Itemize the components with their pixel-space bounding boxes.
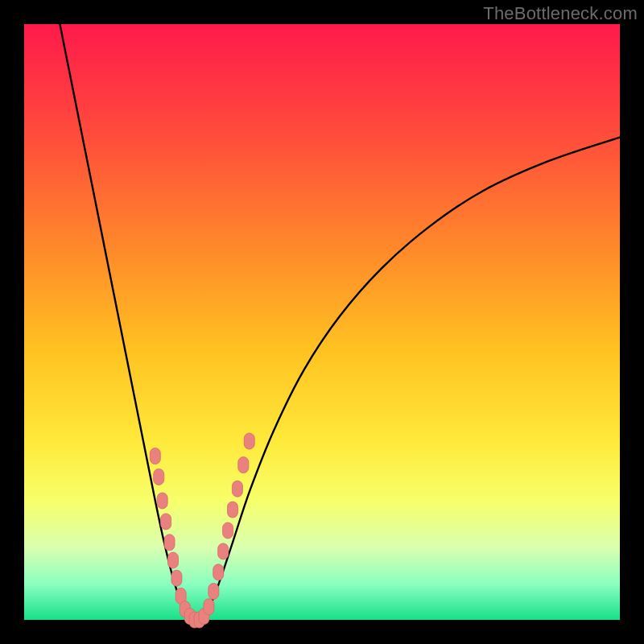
marker-point	[157, 493, 167, 509]
markers-group	[150, 433, 254, 628]
chart-frame: TheBottleneck.com	[0, 0, 644, 644]
marker-point	[208, 583, 219, 599]
watermark-text: TheBottleneck.com	[483, 3, 638, 24]
marker-point	[223, 522, 233, 539]
marker-point	[171, 570, 182, 586]
marker-point	[232, 481, 242, 497]
marker-point	[168, 552, 179, 568]
marker-point	[204, 599, 214, 615]
marker-point	[164, 535, 175, 551]
marker-point	[213, 564, 224, 580]
marker-point	[228, 502, 238, 518]
curve-left-branch	[60, 24, 191, 620]
chart-svg	[24, 24, 620, 620]
marker-point	[161, 514, 171, 530]
marker-point	[244, 433, 254, 449]
marker-point	[218, 543, 229, 559]
marker-point	[150, 448, 160, 464]
marker-point	[154, 469, 164, 485]
curve-right-branch	[203, 138, 620, 620]
marker-point	[238, 457, 249, 473]
